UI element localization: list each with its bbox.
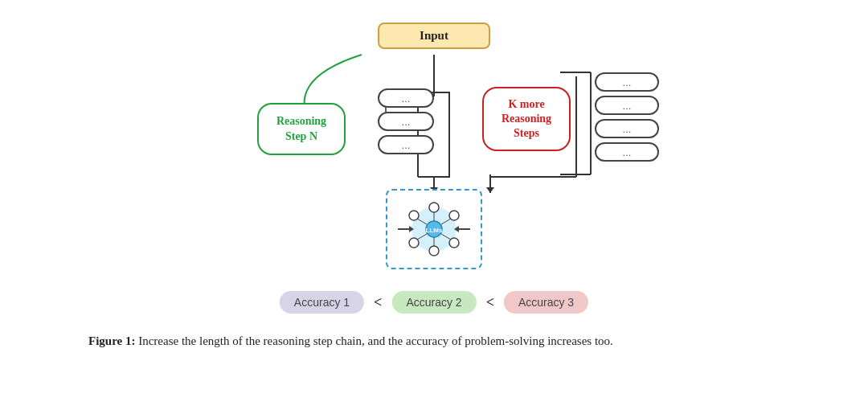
- right-stack: ... ... ... ...: [595, 72, 659, 162]
- left-stack: ... ... ...: [378, 88, 434, 154]
- figure-container: Input ... ... ... ... ... ...: [0, 0, 868, 410]
- accuracy-row: Accuracy 1 < Accuracy 2 < Accuracy 3: [280, 291, 588, 314]
- k-more-label: K moreReasoningSteps: [502, 97, 551, 141]
- input-box: Input: [378, 23, 490, 49]
- accuracy-2-badge: Accuracy 2: [391, 291, 476, 314]
- accuracy-3-label: Accuracy 3: [518, 296, 574, 309]
- rdots-1: ...: [623, 76, 632, 88]
- less-than-2: <: [486, 294, 494, 311]
- figure-number: Figure 1:: [88, 334, 135, 347]
- input-label: Input: [420, 29, 448, 42]
- diagram-area: Input ... ... ... ... ... ...: [185, 16, 683, 330]
- stack-rect-1: ...: [378, 88, 434, 108]
- stack-rect-3: ...: [378, 135, 434, 154]
- reasoning-label: ReasoningStep N: [276, 114, 326, 143]
- svg-marker-18: [486, 187, 494, 193]
- rdots-2: ...: [623, 100, 632, 112]
- rdots-3: ...: [623, 123, 632, 135]
- accuracy-3-badge: Accuracy 3: [504, 291, 588, 314]
- dots-2: ...: [402, 116, 411, 128]
- reasoning-bubble: ReasoningStep N: [257, 103, 346, 155]
- llm-network-svg: LLMs: [398, 199, 470, 260]
- dots-1: ...: [402, 92, 411, 105]
- figure-caption: Figure 1: Increase the length of the rea…: [88, 331, 780, 351]
- accuracy-1-label: Accuracy 1: [294, 296, 350, 309]
- accuracy-1-badge: Accuracy 1: [280, 291, 364, 314]
- llm-box: LLMs: [386, 189, 482, 269]
- rstack-rect-4: ...: [595, 142, 659, 162]
- stack-rect-2: ...: [378, 112, 434, 131]
- less-than-1: <: [374, 294, 382, 311]
- rdots-4: ...: [623, 146, 632, 158]
- caption-text: Increase the length of the reasoning ste…: [138, 334, 613, 347]
- rstack-rect-2: ...: [595, 96, 659, 115]
- rstack-rect-3: ...: [595, 119, 659, 138]
- svg-point-28: [429, 203, 439, 212]
- svg-text:LLMs: LLMs: [426, 227, 443, 234]
- dots-3: ...: [402, 139, 411, 151]
- diagram-lines: [185, 16, 683, 330]
- k-more-bubble: K moreReasoningSteps: [482, 87, 571, 151]
- rstack-rect-1: ...: [595, 72, 659, 92]
- accuracy-2-label: Accuracy 2: [406, 296, 461, 309]
- svg-point-29: [429, 246, 439, 256]
